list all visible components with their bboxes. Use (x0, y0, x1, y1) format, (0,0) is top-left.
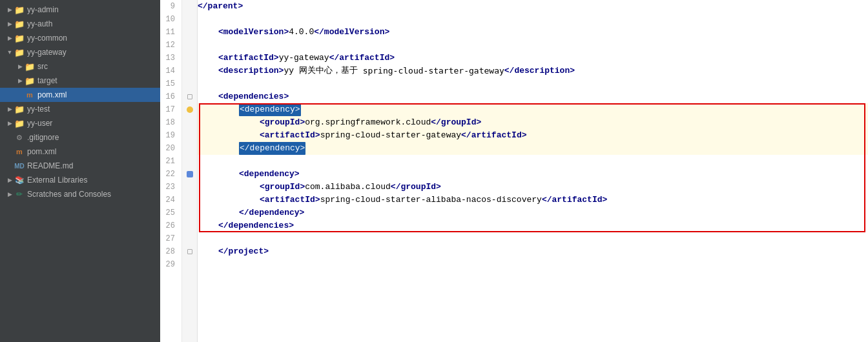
code-line-28: </project> (198, 245, 868, 258)
sidebar-item-label: yy-user (27, 119, 160, 128)
sidebar-item-gitignore[interactable]: ⚙ .gitignore (0, 130, 160, 145)
sidebar-item-src[interactable]: ▶ 📁 src (0, 59, 160, 74)
line-num-26: 26 (160, 219, 178, 232)
line-num-20: 20 (160, 142, 178, 155)
gutter-15 (182, 77, 197, 90)
folder-icon: 📁 (14, 104, 25, 114)
sidebar-item-yy-admin[interactable]: ▶ 📁 yy-admin (0, 3, 160, 17)
sidebar-item-label: yy-admin (27, 5, 160, 14)
line-numbers: 9 10 11 12 13 14 15 16 17 18 19 20 21 22… (160, 0, 182, 342)
sidebar-item-label: pom.xml (27, 147, 160, 156)
code-line-18: <groupId>org.springframework.cloud</grou… (198, 116, 868, 129)
line-num-13: 13 (160, 52, 178, 65)
xml-file-icon: m (14, 146, 25, 157)
line-num-12: 12 (160, 39, 178, 52)
sidebar-item-label: yy-test (27, 105, 160, 114)
sidebar-item-external-libraries[interactable]: ▶ 📚 External Libraries (0, 173, 160, 187)
code-line-17: <dependency> (198, 103, 868, 116)
editor-panel: 9 10 11 12 13 14 15 16 17 18 19 20 21 22… (160, 0, 868, 342)
sidebar-item-label: src (37, 62, 160, 71)
gitignore-icon: ⚙ (14, 132, 25, 143)
gutter-21 (182, 155, 197, 168)
sidebar-item-label: External Libraries (27, 176, 160, 185)
editor-gutter (182, 0, 198, 342)
sidebar-item-label: yy-common (27, 34, 160, 43)
expand-arrow: ▶ (16, 76, 25, 85)
gutter-17 (182, 103, 197, 116)
line-num-24: 24 (160, 194, 178, 206)
gutter-29 (182, 258, 197, 271)
code-line-14: <description>yy 网关中心，基于 spring-cloud-sta… (198, 65, 868, 77)
code-line-26: </dependencies> (198, 219, 868, 232)
sidebar-item-label: .gitignore (27, 133, 160, 142)
code-line-9: </parent> (198, 0, 868, 13)
line-num-27: 27 (160, 232, 178, 245)
gutter-13 (182, 52, 197, 65)
code-line-15 (198, 77, 868, 90)
fold-icon-16[interactable] (187, 94, 192, 99)
gutter-27 (182, 232, 197, 245)
code-line-29 (198, 258, 868, 271)
fold-icon-28[interactable] (187, 249, 192, 254)
bookmark-icon-22 (187, 171, 193, 177)
expand-arrow: ▶ (16, 62, 25, 71)
xml-file-icon: m (25, 90, 35, 100)
sidebar-item-yy-common[interactable]: ▶ 📁 yy-common (0, 31, 160, 45)
line-num-29: 29 (160, 258, 178, 271)
code-wrapper[interactable]: </parent> <modelVersion>4.0.0</modelVers… (198, 0, 868, 342)
gutter-19 (182, 129, 197, 142)
project-tree[interactable]: ▶ 📁 yy-admin ▶ 📁 yy-auth ▶ 📁 yy-common ▼… (0, 0, 160, 342)
gutter-9 (182, 0, 197, 13)
gutter-23 (182, 181, 197, 194)
folder-icon: 📁 (25, 75, 35, 86)
dependency-open-tag-selected: <dependency> (239, 103, 301, 116)
code-line-20: </dependency> (198, 142, 868, 155)
code-line-12 (198, 39, 868, 52)
line-num-25: 25 (160, 206, 178, 219)
line-num-11: 11 (160, 26, 178, 39)
line-num-16: 16 (160, 90, 178, 103)
expand-arrow: ▶ (5, 19, 14, 28)
hint-icon-17 (187, 106, 193, 113)
expand-arrow: ▶ (5, 190, 14, 199)
line-num-21: 21 (160, 155, 178, 168)
gutter-12 (182, 39, 197, 52)
gutter-24 (182, 194, 197, 206)
sidebar-item-target[interactable]: ▶ 📁 target (0, 74, 160, 88)
sidebar-item-label: yy-auth (27, 19, 160, 28)
ext-lib-icon: 📚 (14, 175, 25, 185)
folder-icon: 📁 (25, 61, 35, 72)
expand-arrow: ▶ (5, 176, 14, 185)
expand-arrow: ▼ (5, 48, 14, 57)
gutter-16 (182, 90, 197, 103)
sidebar-item-yy-auth[interactable]: ▶ 📁 yy-auth (0, 17, 160, 31)
sidebar-item-label: pom.xml (37, 90, 160, 99)
code-line-23: <groupId>com.alibaba.cloud</groupId> (198, 181, 868, 194)
sidebar-item-yy-test[interactable]: ▶ 📁 yy-test (0, 102, 160, 116)
code-content: </parent> <modelVersion>4.0.0</modelVers… (198, 0, 868, 271)
line-num-23: 23 (160, 181, 178, 194)
sidebar-item-yy-gateway[interactable]: ▼ 📁 yy-gateway (0, 45, 160, 59)
sidebar-item-pom-xml[interactable]: m pom.xml (0, 88, 160, 102)
sidebar-item-label: README.md (27, 161, 160, 170)
sidebar-item-label: Scratches and Consoles (27, 190, 160, 199)
code-line-10 (198, 13, 868, 26)
line-num-15: 15 (160, 77, 178, 90)
line-num-22: 22 (160, 168, 178, 181)
sidebar-item-label: target (37, 76, 160, 85)
line-num-17: 17 (160, 103, 178, 116)
expand-arrow: ▶ (5, 119, 14, 128)
gutter-22 (182, 168, 197, 181)
code-line-19: <artifactId>spring-cloud-starter-gateway… (198, 129, 868, 142)
code-line-25: </dependency> (198, 206, 868, 219)
code-line-22: <dependency> (198, 168, 868, 181)
sidebar-item-pom-root[interactable]: m pom.xml (0, 145, 160, 159)
sidebar-item-yy-user[interactable]: ▶ 📁 yy-user (0, 116, 160, 130)
gutter-26 (182, 219, 197, 232)
dependency-close-tag-selected: </dependency> (239, 142, 305, 155)
sidebar-item-readme[interactable]: MD README.md (0, 159, 160, 173)
line-num-10: 10 (160, 13, 178, 26)
sidebar-item-scratches[interactable]: ▶ ✏ Scratches and Consoles (0, 187, 160, 201)
line-num-28: 28 (160, 245, 178, 258)
code-line-24: <artifactId>spring-cloud-starter-alibaba… (198, 194, 868, 206)
